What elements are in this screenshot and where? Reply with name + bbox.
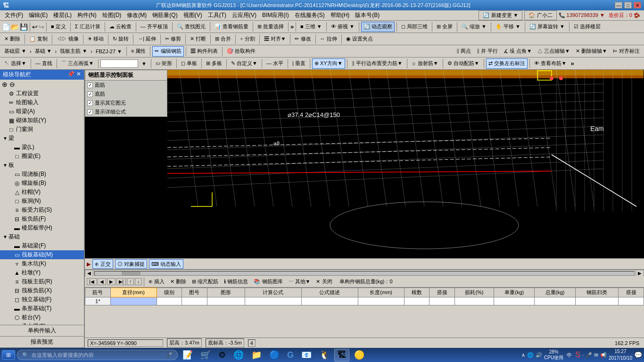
tree-item-slab-rebar[interactable]: ≡ 板受力筋(S) <box>0 206 84 214</box>
other-btn[interactable]: ⋯ 其他▼ <box>286 277 313 287</box>
split-btn[interactable]: ÷ 分割 <box>238 34 257 44</box>
define-btn[interactable]: ■ 定义 <box>49 22 68 32</box>
scale-rebar-btn[interactable]: ⊞ 缩尺配筋 <box>190 277 221 287</box>
select-mode-btn[interactable]: ↖ 选择▼ <box>2 58 29 69</box>
move-btn[interactable]: ✈ 移动 <box>85 34 106 44</box>
start-button[interactable]: ⊞ <box>2 350 15 360</box>
menu-edit[interactable]: 编辑(E) <box>26 10 50 20</box>
tree-item-sump[interactable]: ▿ 集水坑(K) <box>0 259 84 268</box>
fullscreen-btn[interactable]: ⊞ 全屏 <box>434 22 455 32</box>
guangxiao-btn[interactable]: 🏠 广小二 <box>524 10 556 20</box>
rebar-lib-btn[interactable]: 📚 钢筋图库 <box>251 277 285 287</box>
tree-item-raft-neg[interactable]: ⊟ 筏板负筋(X) <box>0 286 84 295</box>
prev-record-btn[interactable]: ◀ <box>98 278 106 285</box>
tree-item-slab-neg[interactable]: ⊟ 板负筋(F) <box>0 214 84 223</box>
batch-select-btn[interactable]: ⊞ 批量选择 <box>255 22 286 32</box>
steel-item-top[interactable]: 面筋 <box>85 81 167 90</box>
multi-plate-btn[interactable]: ⊞ 多板 <box>204 58 224 69</box>
scrollbar-thumb[interactable] <box>122 272 140 275</box>
icon-redo[interactable]: ↪ <box>39 23 44 31</box>
cad-canvas[interactable]: ⌀37.4 2⌀C14@150 ⌀8 Eam <box>85 70 644 258</box>
xy-direction-btn[interactable]: ⊕ XY方向▼ <box>312 58 345 69</box>
tree-item-isolated-found[interactable]: ◻ 独立基础(F) <box>0 295 84 304</box>
copy-btn[interactable]: 📋 复制 <box>27 34 50 44</box>
three-point-axis-btn[interactable]: △ 三点辅轴▼ <box>535 46 572 57</box>
menu-bim[interactable]: BIM应用(I) <box>259 10 292 20</box>
custom-btn[interactable]: ✎ 自定义▼ <box>229 58 260 69</box>
menu-tools[interactable]: 工具(T) <box>205 10 229 20</box>
view-rebar-qty-btn[interactable]: 📊 查看钢筋量 <box>212 22 251 32</box>
systray-network[interactable]: 🌐 <box>527 352 534 358</box>
two-points-btn[interactable]: ∥ 两点 <box>454 46 473 57</box>
parallel-btn[interactable]: ∥ 并 平行 <box>474 46 500 57</box>
point-angle-btn[interactable]: ∡ 垛 点角▼ <box>501 46 534 57</box>
tree-item-beam[interactable]: ▬ 梁(L) <box>0 143 84 152</box>
tree-item-masonry[interactable]: ▦ 砌体加筋(Y) <box>0 116 84 125</box>
view-rebar-layout-btn[interactable]: 👁 查看布筋▼ <box>532 58 569 69</box>
single-element-input-btn[interactable]: 单构件输入 <box>0 325 84 337</box>
tree-item-pile-cap[interactable]: ⬡ 桩台(V) <box>0 313 84 322</box>
systray-arrow[interactable]: ∧ <box>521 352 525 358</box>
tree-item-hidden-beam[interactable]: ▭ 暗梁(A) <box>0 107 84 116</box>
insert-btn[interactable]: ⊕ 插入 <box>146 277 167 287</box>
down-btn[interactable]: ↓ <box>135 278 142 285</box>
element-list-btn[interactable]: ☰ 构件列表 <box>188 46 220 57</box>
report-preview-btn[interactable]: 报表预览 <box>0 337 84 348</box>
scroll-left-btn[interactable]: ◀ <box>85 270 93 277</box>
find-figure-btn[interactable]: 🔍 查找图元 <box>174 22 208 32</box>
dynamic-view-btn[interactable]: 🔄 动态观察 <box>361 22 395 32</box>
mirror-btn[interactable]: ◁▷ 镜像 <box>54 34 81 44</box>
property-btn[interactable]: ≡ 属性 <box>129 46 148 57</box>
taskbar-app-apps[interactable]: ⚙ <box>215 349 229 361</box>
rotate-btn[interactable]: ↻ 旋转 <box>110 34 131 44</box>
first-record-btn[interactable]: |◀ <box>87 278 97 285</box>
swap-lr-btn[interactable]: ⇄ 交换左右标注 <box>486 58 528 69</box>
systray-input-s[interactable]: S <box>575 351 580 359</box>
horizontal-btn[interactable]: — 水平 <box>264 58 286 69</box>
tree-item-strip-found[interactable]: ▬ 条形基础(T) <box>0 304 84 313</box>
cloud-check-btn[interactable]: ☁ 云检查 <box>107 22 134 32</box>
line-btn[interactable]: — 直线 <box>33 58 55 69</box>
taskbar-app-g[interactable]: G <box>284 349 297 361</box>
scroll-right-btn[interactable]: ▶ <box>636 270 644 277</box>
tree-item-foundation-group[interactable]: ▼ 基础 <box>0 232 84 241</box>
menu-draw[interactable]: 绘图(D) <box>99 10 124 20</box>
delete-row-btn[interactable]: ✕ 删除 <box>168 277 189 287</box>
price-btn[interactable]: 造价豆：0 🫘 <box>609 12 640 19</box>
steel-item-detail[interactable]: 显示详细公式 <box>85 107 167 116</box>
taskbar-app-ie[interactable]: 🌐 <box>231 349 247 361</box>
horizontal-scrollbar[interactable]: ◀ ▶ <box>85 270 644 276</box>
single-plate-btn[interactable]: ◻ 单板 <box>179 58 199 69</box>
detail-formula-checkbox[interactable] <box>87 109 93 115</box>
extend-btn[interactable]: →| 延伸 <box>135 34 158 44</box>
tree-item-slab-group[interactable]: ▼ 板 <box>0 161 84 170</box>
modify-btn[interactable]: ✏ 修改 <box>292 34 313 44</box>
menu-online[interactable]: 在线服务(S) <box>292 10 328 20</box>
new-change-btn[interactable]: 🔄 新建变更 ▼ <box>479 10 522 20</box>
menu-cloud[interactable]: 云应用(V) <box>229 10 259 20</box>
expand-icon[interactable]: ⊕ <box>2 81 8 88</box>
level-plate-btn[interactable]: — 齐平板顶 <box>138 22 170 32</box>
delete-axis-btn[interactable]: ✕ 删除辅轴▼ <box>573 46 610 57</box>
overview-btn[interactable]: 👁 俯视 ▼ <box>329 22 357 32</box>
tree-item-beam-group[interactable]: ▼ 梁 <box>0 134 84 143</box>
align-mark-btn[interactable]: ⊨ 对齐标注 <box>611 46 642 57</box>
object-snap-btn[interactable]: ◎ 对象捕捉 <box>115 259 147 269</box>
taskbar-app-qq[interactable]: 🐧 <box>316 349 332 361</box>
subtype-select[interactable]: 筏板主筋 ▼ <box>58 46 90 57</box>
up-btn[interactable]: ↑ <box>127 278 134 285</box>
tree-item-raft-rebar[interactable]: ≡ 筏板主筋(R) <box>0 277 84 286</box>
taskbar-app-edge[interactable]: 🔵 <box>266 349 282 361</box>
layer-select[interactable]: 基础层 ▼ <box>2 46 29 57</box>
taskbar-search[interactable]: 🔍 在这里输入你要搜索的内容 🎤 <box>17 350 178 360</box>
merge-btn[interactable]: ⊞ 合并 <box>213 34 233 44</box>
rebar-info-btn[interactable]: ℹ 钢筋信息 <box>222 277 250 287</box>
last-record-btn[interactable]: ▶| <box>116 278 126 285</box>
tree-item-column-pier[interactable]: ▲ 柱墩(Y) <box>0 268 84 277</box>
dropdown-val-btn[interactable]: ▼ <box>139 58 149 69</box>
value-input[interactable] <box>100 59 138 68</box>
menu-view[interactable]: 视图(V) <box>181 10 205 20</box>
systray-mail-notify[interactable]: ✉ <box>594 352 598 358</box>
next-record-btn[interactable]: ▶ <box>107 278 116 285</box>
setpoint-btn[interactable]: ◉ 设置夹点 <box>344 34 375 44</box>
